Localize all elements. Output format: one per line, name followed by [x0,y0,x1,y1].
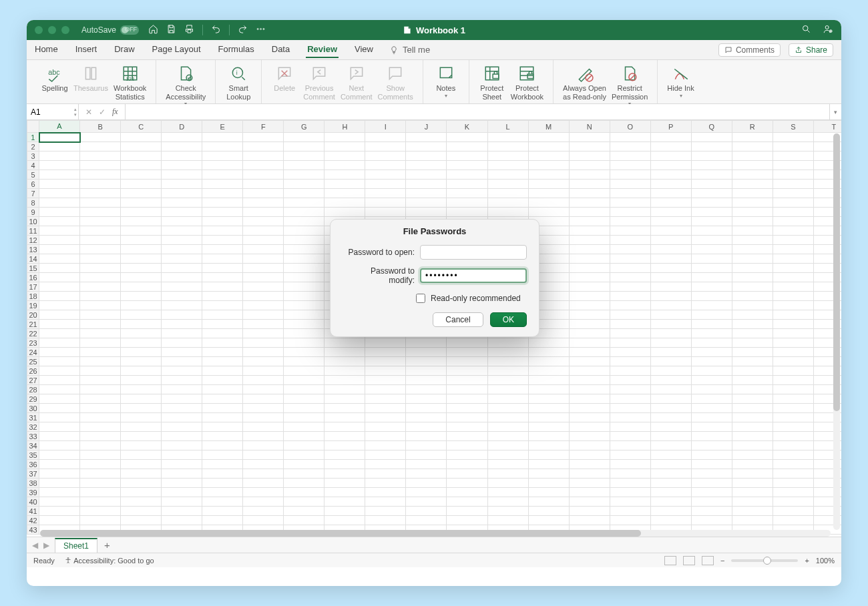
cell-M23[interactable] [528,338,569,348]
cell-A5[interactable] [39,170,80,180]
cell-Q11[interactable] [691,226,732,236]
cell-Q1[interactable] [691,133,732,142]
cell-B29[interactable] [80,394,121,404]
cell-F15[interactable] [243,264,284,273]
cell-O41[interactable] [610,507,650,516]
cell-K40[interactable] [447,497,487,507]
cell-F31[interactable] [243,413,284,422]
col-header-M[interactable]: M [528,121,569,133]
cell-N2[interactable] [569,142,610,152]
row-header-21[interactable]: 21 [27,320,39,329]
cell-E15[interactable] [202,264,243,273]
cell-M41[interactable] [528,507,569,516]
cell-Q9[interactable] [691,208,732,217]
cell-D30[interactable] [162,404,202,413]
cell-J8[interactable] [406,198,447,208]
cell-N6[interactable] [569,180,610,189]
tab-draw[interactable]: Draw [113,41,136,58]
cell-F29[interactable] [243,394,284,404]
cell-L26[interactable] [487,366,528,376]
horizontal-scrollbar[interactable] [40,530,831,537]
cell-P20[interactable] [650,310,691,320]
cell-G33[interactable] [284,432,324,441]
cell-L1[interactable] [487,133,528,142]
cell-E27[interactable] [202,376,243,385]
cell-J24[interactable] [406,348,447,357]
cell-G22[interactable] [284,329,324,338]
cell-D37[interactable] [162,469,202,479]
cell-Q31[interactable] [691,413,732,422]
cell-N4[interactable] [569,161,610,170]
cell-A33[interactable] [39,432,80,441]
cell-E2[interactable] [202,142,243,152]
cell-M24[interactable] [528,348,569,357]
cell-E38[interactable] [202,479,243,488]
cell-R38[interactable] [732,479,773,488]
cell-P24[interactable] [650,348,691,357]
cell-N20[interactable] [569,310,610,320]
cell-G23[interactable] [284,338,324,348]
cell-S38[interactable] [773,479,813,488]
cell-N30[interactable] [569,404,610,413]
cell-K41[interactable] [447,507,487,516]
cell-D28[interactable] [162,385,202,394]
cell-E4[interactable] [202,161,243,170]
cell-K37[interactable] [447,469,487,479]
cell-Q15[interactable] [691,264,732,273]
cell-C1[interactable] [121,133,162,142]
cell-L42[interactable] [487,516,528,525]
cell-H4[interactable] [324,161,365,170]
cell-A10[interactable] [39,217,80,226]
cell-I8[interactable] [365,198,406,208]
cell-N11[interactable] [569,226,610,236]
cell-P13[interactable] [650,245,691,254]
cell-L37[interactable] [487,469,528,479]
cell-B23[interactable] [80,338,121,348]
cell-O18[interactable] [610,292,650,301]
cell-Q33[interactable] [691,432,732,441]
cell-F36[interactable] [243,460,284,469]
cell-C20[interactable] [121,310,162,320]
cell-F39[interactable] [243,488,284,497]
cell-N16[interactable] [569,273,610,282]
cell-H7[interactable] [324,189,365,198]
restrict-permission-button[interactable]: Restrict Permission▾ [609,63,650,108]
ok-button[interactable]: OK [490,312,527,327]
cell-F3[interactable] [243,152,284,161]
cell-P31[interactable] [650,413,691,422]
cell-N36[interactable] [569,460,610,469]
cell-J27[interactable] [406,376,447,385]
sheet-tab-sheet1[interactable]: Sheet1 [55,538,97,553]
cell-N12[interactable] [569,236,610,245]
cell-C9[interactable] [121,208,162,217]
cell-P4[interactable] [650,161,691,170]
cell-C23[interactable] [121,338,162,348]
cell-I38[interactable] [365,479,406,488]
cell-I33[interactable] [365,432,406,441]
cell-E32[interactable] [202,422,243,432]
cell-C12[interactable] [121,236,162,245]
cell-O16[interactable] [610,273,650,282]
cell-G21[interactable] [284,320,324,329]
normal-view-icon[interactable] [664,556,676,565]
cell-J28[interactable] [406,385,447,394]
cell-J39[interactable] [406,488,447,497]
cell-C10[interactable] [121,217,162,226]
cell-E42[interactable] [202,516,243,525]
col-header-J[interactable]: J [406,121,447,133]
cell-D17[interactable] [162,282,202,292]
cell-F12[interactable] [243,236,284,245]
cell-J37[interactable] [406,469,447,479]
cell-Q25[interactable] [691,357,732,366]
cell-E35[interactable] [202,450,243,460]
cell-P36[interactable] [650,460,691,469]
cell-G8[interactable] [284,198,324,208]
cell-N19[interactable] [569,301,610,310]
cell-N31[interactable] [569,413,610,422]
cell-B33[interactable] [80,432,121,441]
cell-R27[interactable] [732,376,773,385]
cell-P32[interactable] [650,422,691,432]
cell-E40[interactable] [202,497,243,507]
print-icon[interactable] [184,24,194,37]
cell-H33[interactable] [324,432,365,441]
